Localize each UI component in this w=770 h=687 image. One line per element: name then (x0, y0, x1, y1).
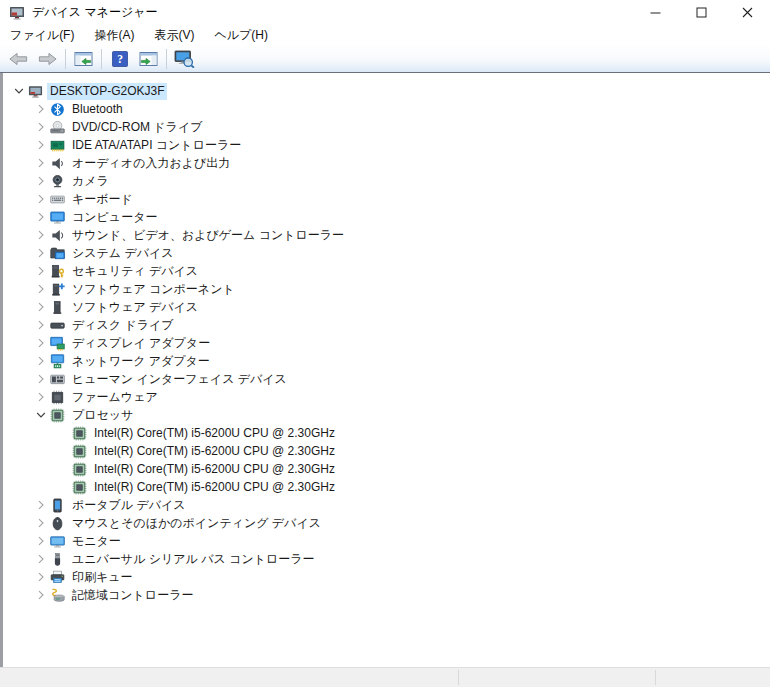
tree-item-label[interactable]: ディスプレイ アダプター (69, 335, 213, 352)
tree-item[interactable]: マウスとそのほかのポインティング デバイス (3, 514, 770, 532)
chevron-right-icon[interactable] (33, 533, 49, 549)
tree-item[interactable]: カメラ (3, 172, 770, 190)
tree-item[interactable]: ファームウェア (3, 388, 770, 406)
tree-item-label[interactable]: サウンド、ビデオ、およびゲーム コントローラー (69, 227, 347, 244)
chevron-right-icon[interactable] (33, 137, 49, 153)
show-action-pane-button[interactable] (134, 47, 163, 72)
tree-item-label[interactable]: オーディオの入力および出力 (69, 155, 233, 172)
tree-item-label[interactable]: ネットワーク アダプター (69, 353, 213, 370)
chevron-right-icon[interactable] (33, 245, 49, 261)
chevron-right-icon[interactable] (33, 173, 49, 189)
chevron-right-icon[interactable] (33, 101, 49, 117)
scan-hardware-changes-button[interactable] (170, 47, 199, 72)
tree-item[interactable]: Intel(R) Core(TM) i5-6200U CPU @ 2.30GHz (3, 424, 770, 442)
software-component-icon (49, 281, 65, 297)
chevron-right-icon[interactable] (33, 569, 49, 585)
tree-item-label[interactable]: ソフトウェア デバイス (69, 299, 201, 316)
chevron-right-icon[interactable] (33, 227, 49, 243)
tree-item-label[interactable]: ユニバーサル シリアル バス コントローラー (69, 551, 318, 568)
tree-item[interactable]: ユニバーサル シリアル バス コントローラー (3, 550, 770, 568)
tree-item[interactable]: 印刷キュー (3, 568, 770, 586)
menu-action[interactable]: 操作(A) (84, 25, 144, 46)
tree-item-label[interactable]: 印刷キュー (69, 569, 136, 586)
tree-item-label[interactable]: マウスとそのほかのポインティング デバイス (69, 515, 324, 532)
tree-item[interactable]: 記憶域コントローラー (3, 586, 770, 604)
chevron-right-icon[interactable] (33, 281, 49, 297)
tree-item-label[interactable]: コンピューター (69, 209, 160, 226)
tree-item[interactable]: Intel(R) Core(TM) i5-6200U CPU @ 2.30GHz (3, 442, 770, 460)
tree-item-label[interactable]: DESKTOP-G2OKJ3F (47, 83, 167, 100)
tree-item-label[interactable]: Intel(R) Core(TM) i5-6200U CPU @ 2.30GHz (91, 425, 338, 442)
tree-item-label[interactable]: Intel(R) Core(TM) i5-6200U CPU @ 2.30GHz (91, 479, 338, 496)
show-console-tree-button[interactable] (69, 47, 98, 72)
chevron-right-icon[interactable] (33, 119, 49, 135)
menu-file[interactable]: ファイル(F) (0, 25, 84, 46)
tree-item[interactable]: ヒューマン インターフェイス デバイス (3, 370, 770, 388)
maximize-icon (696, 7, 707, 18)
chevron-right-icon[interactable] (33, 263, 49, 279)
chevron-spacer (55, 479, 71, 495)
tree-item[interactable]: オーディオの入力および出力 (3, 154, 770, 172)
help-button[interactable]: ? (105, 47, 134, 72)
chevron-down-icon[interactable] (33, 407, 49, 423)
tree-item[interactable]: コンピューター (3, 208, 770, 226)
keyboard-icon (49, 191, 65, 207)
tree-item[interactable]: Intel(R) Core(TM) i5-6200U CPU @ 2.30GHz (3, 460, 770, 478)
tree-item-label[interactable]: システム デバイス (69, 245, 177, 262)
chevron-right-icon[interactable] (33, 209, 49, 225)
tree-item-label[interactable]: DVD/CD-ROM ドライブ (69, 119, 205, 136)
tree-item[interactable]: ディスプレイ アダプター (3, 334, 770, 352)
chevron-right-icon[interactable] (33, 299, 49, 315)
tree-item-label[interactable]: カメラ (69, 173, 112, 190)
chevron-right-icon[interactable] (33, 191, 49, 207)
tree-item[interactable]: ソフトウェア デバイス (3, 298, 770, 316)
tree-item[interactable]: ディスク ドライブ (3, 316, 770, 334)
tree-item[interactable]: ネットワーク アダプター (3, 352, 770, 370)
minimize-button[interactable] (632, 0, 678, 25)
chevron-right-icon[interactable] (33, 389, 49, 405)
tree-item[interactable]: DESKTOP-G2OKJ3F (3, 82, 770, 100)
close-button[interactable] (724, 0, 770, 25)
forward-button[interactable] (33, 47, 62, 72)
tree-item[interactable]: DVD/CD-ROM ドライブ (3, 118, 770, 136)
tree-item-label[interactable]: IDE ATA/ATAPI コントローラー (69, 137, 244, 154)
chevron-right-icon[interactable] (33, 371, 49, 387)
chevron-right-icon[interactable] (33, 155, 49, 171)
tree-item[interactable]: Intel(R) Core(TM) i5-6200U CPU @ 2.30GHz (3, 478, 770, 496)
tree-item[interactable]: ソフトウェア コンポーネント (3, 280, 770, 298)
chevron-right-icon[interactable] (33, 353, 49, 369)
chevron-down-icon[interactable] (11, 83, 27, 99)
back-button[interactable] (4, 47, 33, 72)
tree-item[interactable]: ポータブル デバイス (3, 496, 770, 514)
tree-item-label[interactable]: Intel(R) Core(TM) i5-6200U CPU @ 2.30GHz (91, 461, 338, 478)
menu-view[interactable]: 表示(V) (144, 25, 204, 46)
chevron-right-icon[interactable] (33, 335, 49, 351)
tree-item[interactable]: モニター (3, 532, 770, 550)
tree-item[interactable]: セキュリティ デバイス (3, 262, 770, 280)
menu-help[interactable]: ヘルプ(H) (204, 25, 278, 46)
chevron-right-icon[interactable] (33, 497, 49, 513)
chevron-right-icon[interactable] (33, 515, 49, 531)
chevron-right-icon[interactable] (33, 551, 49, 567)
tree-item-label[interactable]: ヒューマン インターフェイス デバイス (69, 371, 290, 388)
tree-item[interactable]: Bluetooth (3, 100, 770, 118)
tree-item[interactable]: サウンド、ビデオ、およびゲーム コントローラー (3, 226, 770, 244)
tree-item-label[interactable]: 記憶域コントローラー (69, 587, 196, 604)
chevron-right-icon[interactable] (33, 317, 49, 333)
tree-item-label[interactable]: Intel(R) Core(TM) i5-6200U CPU @ 2.30GHz (91, 443, 338, 460)
tree-item[interactable]: システム デバイス (3, 244, 770, 262)
chevron-right-icon[interactable] (33, 587, 49, 603)
tree-item-label[interactable]: プロセッサ (69, 407, 136, 424)
tree-item[interactable]: キーボード (3, 190, 770, 208)
tree-item[interactable]: IDE ATA/ATAPI コントローラー (3, 136, 770, 154)
tree-item[interactable]: プロセッサ (3, 406, 770, 424)
tree-item-label[interactable]: キーボード (69, 191, 136, 208)
tree-item-label[interactable]: ソフトウェア コンポーネント (69, 281, 238, 298)
tree-item-label[interactable]: モニター (69, 533, 124, 550)
maximize-button[interactable] (678, 0, 724, 25)
tree-item-label[interactable]: ファームウェア (69, 389, 161, 406)
tree-item-label[interactable]: セキュリティ デバイス (69, 263, 201, 280)
tree-item-label[interactable]: ポータブル デバイス (69, 497, 189, 514)
tree-item-label[interactable]: Bluetooth (69, 101, 126, 118)
tree-item-label[interactable]: ディスク ドライブ (69, 317, 177, 334)
